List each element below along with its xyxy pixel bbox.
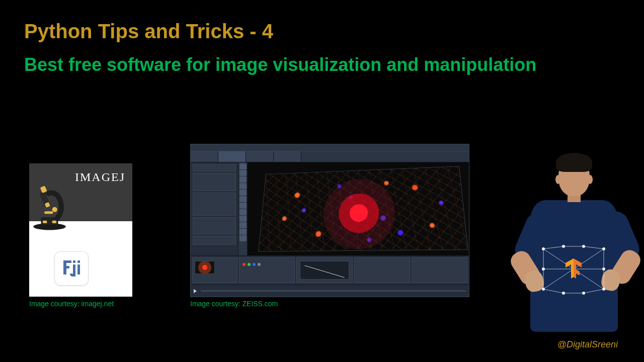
- zeiss-app-screenshot: [190, 144, 469, 297]
- zeiss-3d-viewport: [248, 162, 469, 255]
- tool-icon: [239, 190, 247, 196]
- svg-rect-14: [77, 260, 80, 263]
- zeiss-thumbnail-panel: [192, 257, 237, 283]
- zeiss-tab: [246, 151, 274, 162]
- tool-icon: [239, 209, 247, 215]
- svg-rect-8: [52, 221, 57, 223]
- svg-point-5: [52, 207, 57, 212]
- svg-rect-11: [63, 266, 69, 268]
- channel-dot-icon: [243, 263, 246, 266]
- zeiss-ribbon: [191, 151, 469, 162]
- microscope-icon: [28, 184, 71, 231]
- tool-icon: [239, 203, 247, 209]
- tool-icon: [239, 229, 247, 235]
- slide-title: Python Tips and Tricks - 4: [24, 20, 273, 43]
- tool-icon: [239, 235, 247, 241]
- zeiss-tab: [274, 151, 301, 162]
- zeiss-left-panel: [191, 162, 238, 255]
- progress-track: [201, 290, 466, 292]
- fiji-icon: [54, 251, 89, 286]
- zeiss-panel: [193, 173, 236, 191]
- author-handle: @DigitalSreeni: [557, 339, 618, 350]
- zeiss-panel: [193, 217, 236, 234]
- zeiss-channels-panel: [239, 257, 295, 283]
- tool-icon: [239, 196, 247, 202]
- zeiss-bottom-panels: [191, 255, 469, 285]
- tool-icon: [239, 183, 247, 189]
- svg-rect-12: [73, 260, 75, 263]
- zeiss-settings-panel: [354, 257, 410, 283]
- zeiss-settings-panel: [412, 257, 467, 283]
- zeiss-histogram-panel: [296, 257, 352, 283]
- zeiss-tab: [191, 151, 218, 162]
- imagej-logo-block: IMAGEJ: [29, 163, 132, 297]
- svg-rect-15: [77, 264, 80, 275]
- channel-dot-icon: [258, 263, 261, 266]
- tool-icon: [239, 176, 247, 183]
- channel-dot-icon: [253, 263, 256, 266]
- zeiss-panel: [193, 164, 236, 171]
- tool-icon: [239, 163, 247, 169]
- zeiss-caption: Image courtesy: ZEISS.com: [190, 300, 278, 308]
- svg-rect-7: [43, 221, 47, 223]
- tool-icon: [239, 222, 247, 228]
- zeiss-toolbar: [238, 162, 248, 255]
- imagej-logo-text: IMAGEJ: [75, 170, 125, 184]
- slide-subtitle: Best free software for image visualizati…: [24, 54, 536, 75]
- svg-rect-6: [44, 211, 53, 214]
- neuron-visualization: [259, 166, 467, 251]
- zeiss-panel: [193, 193, 236, 216]
- svg-rect-3: [40, 186, 47, 193]
- channel-dot-icon: [248, 263, 251, 266]
- imagej-caption: Image courtesy: imagej.net: [29, 300, 114, 308]
- svg-rect-10: [63, 260, 71, 263]
- zeiss-tab: [218, 151, 246, 162]
- svg-rect-13: [73, 264, 75, 277]
- zeiss-player-bar: [191, 285, 469, 297]
- tool-icon: [239, 170, 247, 176]
- presenter-portrait: [508, 151, 639, 347]
- imagej-header: IMAGEJ: [29, 163, 132, 221]
- zeiss-titlebar: [191, 144, 469, 151]
- tool-icon: [239, 216, 247, 222]
- tensorflow-logo-icon: [561, 256, 586, 281]
- zeiss-panel: [193, 236, 236, 245]
- play-icon: [194, 289, 197, 293]
- thumbnail-icon: [195, 261, 215, 274]
